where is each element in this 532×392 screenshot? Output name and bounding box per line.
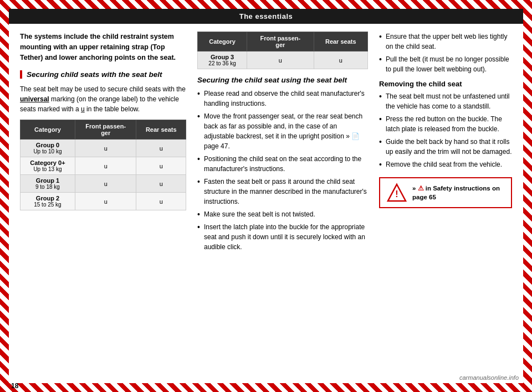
table-row: Group 2 15 to 25 kg u u — [21, 193, 186, 210]
list-item: Make sure the seat belt is not twisted. — [197, 209, 368, 219]
left-table-header-category: Category — [21, 120, 75, 140]
header-title: The essentials — [239, 12, 293, 20]
warning-text: » ⚠ in Safety instructions on page 65 — [412, 184, 504, 202]
table-cell-rear: u — [136, 175, 186, 193]
watermark: carmanualsonline.info — [455, 372, 523, 383]
list-item: Insert the latch plate into the buckle f… — [197, 222, 368, 252]
right-bullet-list-bottom: The seat belt must not be unfastened unt… — [379, 91, 512, 169]
middle-column: Category Front passen-ger Rear seats Gro… — [197, 32, 368, 375]
table-row: Group 3 22 to 36 kg u u — [198, 51, 368, 69]
mid-table-header-category: Category — [198, 32, 247, 51]
table-cell-group: Category 0+ Up to 13 kg — [21, 157, 75, 175]
table-row: Group 0 Up to 10 kg u u — [21, 140, 186, 157]
table-cell-group: Group 2 15 to 25 kg — [21, 193, 75, 210]
list-item: Remove the child seat from the vehicle. — [379, 159, 512, 169]
list-item: Guide the belt back by hand so that it r… — [379, 137, 512, 157]
svg-text:!: ! — [395, 189, 398, 199]
table-cell-front: u — [75, 175, 136, 193]
mid-table-header-front: Front passen-ger — [247, 32, 314, 51]
table-cell-front: u — [75, 193, 136, 210]
list-item: Ensure that the upper belt web lies tigh… — [379, 32, 512, 51]
header-bar: The essentials — [9, 9, 523, 24]
table-row: Category 0+ Up to 13 kg u u — [21, 157, 186, 175]
content-area: The systems include the child restraint … — [9, 24, 523, 383]
table-cell-rear: u — [136, 193, 186, 210]
middle-section-heading: Securing the child seat using the seat b… — [197, 76, 368, 84]
list-item: Positioning the child seat on the seat a… — [197, 154, 368, 174]
list-item: The seat belt must not be unfastened unt… — [379, 91, 512, 111]
left-table: Category Front passen-ger Rear seats Gro… — [20, 120, 186, 210]
table-cell-rear: u — [136, 140, 186, 157]
table-cell-group: Group 3 22 to 36 kg — [198, 51, 247, 69]
body-text: The seat belt may be used to secure chil… — [20, 84, 186, 114]
warning-icon: ! — [387, 183, 407, 203]
left-column: The systems include the child restraint … — [20, 32, 186, 375]
list-item: Fasten the seat belt or pass it around t… — [197, 177, 368, 207]
left-table-header-rear: Rear seats — [136, 120, 186, 140]
list-item: Please read and observe the child seat m… — [197, 89, 368, 109]
subsection-title: Removing the child seat — [379, 80, 512, 88]
page-number: 18 — [11, 382, 18, 390]
table-cell-front: u — [247, 51, 314, 69]
table-cell-group: Group 1 9 to 18 kg — [21, 175, 75, 193]
table-row: Group 1 9 to 18 kg u u — [21, 175, 186, 193]
left-table-header-front: Front passen-ger — [75, 120, 136, 140]
intro-text: The systems include the child restraint … — [20, 32, 186, 63]
table-cell-front: u — [75, 140, 136, 157]
table-cell-rear: u — [314, 51, 367, 69]
table-cell-front: u — [75, 157, 136, 175]
top-table-wrapper: Category Front passen-ger Rear seats Gro… — [197, 32, 368, 69]
main-content: The essentials The systems include the c… — [9, 9, 523, 383]
right-bullet-list-top: Ensure that the upper belt web lies tigh… — [379, 32, 512, 74]
middle-table: Category Front passen-ger Rear seats Gro… — [197, 32, 368, 69]
list-item: Pull the belt (it must be no longer poss… — [379, 54, 512, 74]
mid-table-header-rear: Rear seats — [314, 32, 367, 51]
warning-box: ! » ⚠ in Safety instructions on page 65 — [379, 177, 512, 208]
list-item: Press the red button on the buckle. The … — [379, 114, 512, 134]
left-section-heading: Securing child seats with the seat belt — [20, 70, 186, 79]
right-column: Ensure that the upper belt web lies tigh… — [379, 32, 512, 375]
middle-bullet-list: Please read and observe the child seat m… — [197, 89, 368, 252]
table-cell-group: Group 0 Up to 10 kg — [21, 140, 75, 157]
list-item: Move the front passenger seat, or the re… — [197, 111, 368, 151]
table-cell-rear: u — [136, 157, 186, 175]
